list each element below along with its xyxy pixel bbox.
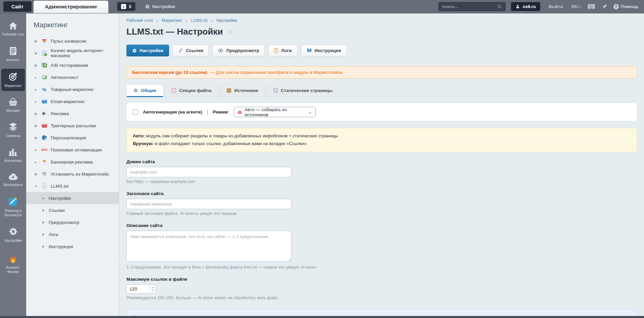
description-textarea[interactable] (126, 231, 291, 262)
sidebar-item-ab-testing[interactable]: A/B-тестирование (26, 59, 119, 71)
breadcrumb-link[interactable]: Рабочий стол (126, 18, 153, 23)
gear-icon (133, 88, 138, 93)
main-content: Рабочий стол Маркетинг LLMS.txt Настройк… (119, 13, 644, 316)
eye-icon (218, 48, 223, 53)
sidebar-item-banner-ads[interactable]: ▸ Баннерная реклама (26, 156, 119, 168)
sidebar-item-conversion-pulse[interactable]: Пульс конверсии (26, 35, 119, 47)
sidebar-divider (26, 258, 119, 258)
keyboard-icon[interactable] (588, 4, 595, 9)
info-icon (121, 4, 126, 9)
sidebar-item-email-marketing[interactable]: ▸ Email-маркетинг (26, 95, 119, 107)
max-links-label: Максимум ссылок в файле (126, 277, 637, 282)
notifications-badge[interactable]: 5 (117, 2, 135, 11)
page-icon (273, 88, 278, 93)
site-title-input[interactable] (126, 199, 291, 209)
topbar-settings-button[interactable]: Настройки (145, 4, 175, 9)
sidebar-item-business-model[interactable]: Бизнес модель интернет-магазина (26, 47, 119, 59)
bullet-icon (41, 233, 45, 235)
tab-static-pages[interactable]: Статические страницы (266, 84, 339, 97)
chevron-down-icon: ▾ (34, 184, 38, 188)
domain-input[interactable] (126, 167, 291, 177)
rail-item-services[interactable]: Сервисы (1, 120, 25, 141)
mode-help-manual: Вручную: в файл попадают только ссылки, … (133, 140, 631, 148)
search-icon[interactable] (497, 4, 502, 9)
sidebar-item-install-marketplace[interactable]: Установить из Маркетплейс (26, 168, 119, 180)
cart-icon (41, 171, 47, 177)
autocontext-icon (41, 74, 47, 80)
favorite-star-icon[interactable] (227, 28, 233, 36)
sidebar-item-trigger-mailings[interactable]: Триггерные рассылки (26, 120, 119, 132)
number-stepper[interactable] (150, 285, 156, 293)
sidebar-item-llms-manual[interactable]: Инструкция (26, 240, 119, 253)
sidebar-item-llms[interactable]: ▾ LLMS.txt (26, 180, 119, 192)
logs-button[interactable]: Логи (268, 45, 298, 56)
bullet-icon (41, 209, 45, 211)
rail-item-content[interactable]: Контент (1, 44, 25, 65)
bullet-icon (34, 112, 38, 115)
search-input[interactable] (442, 4, 497, 9)
tab-file-sections[interactable]: Секции файла (165, 84, 218, 97)
rail-item-bitrix24[interactable]: Переход в Битрикс24 (1, 194, 25, 220)
sidebar-item-personalization[interactable]: Персонализация (26, 132, 119, 144)
action-buttons: Настройки Ссылки Предпросмотр Логи Инстр… (126, 45, 637, 56)
rail-item-marketing[interactable]: Маркетинг (1, 69, 25, 91)
basket-icon (8, 98, 18, 106)
envelope-icon (41, 98, 47, 104)
flame-icon (9, 253, 17, 263)
sidebar-item-ads[interactable]: Реклама (26, 107, 119, 120)
help-button[interactable]: Помощь (613, 4, 639, 9)
sidebar-item-llms-links[interactable]: Ссылки (26, 204, 119, 216)
page-title: LLMS.txt — Настройки (126, 27, 223, 37)
manual-button[interactable]: Инструкция (301, 45, 347, 56)
topbar: Сайт Администрирование 5 Настройки ox8.r… (0, 0, 644, 13)
tab-admin[interactable]: Администрирование (34, 1, 108, 13)
breadcrumb-current[interactable]: Настройки (216, 18, 237, 23)
bullet-icon (41, 197, 45, 199)
search-box[interactable] (438, 2, 505, 11)
chevron-down-icon (579, 4, 581, 9)
sidebar-item-llms-logs[interactable]: Логи (26, 228, 119, 240)
rail-item-analytics[interactable]: Аналитика (1, 145, 25, 166)
chevron-right-icon: ▸ (34, 148, 38, 152)
breadcrumb-link[interactable]: Маркетинг (162, 18, 182, 23)
sidebar-item-llms-settings[interactable]: Настройки (26, 192, 119, 204)
rail-item-marketplace[interactable]: Marketplace (1, 170, 25, 190)
question-icon (613, 4, 619, 9)
personalization-icon (41, 135, 47, 141)
sidebar-item-seo[interactable]: ▸ Поисковая оптимизация (26, 144, 119, 156)
links-button[interactable]: Ссылки (172, 45, 209, 56)
preview-button[interactable]: Предпросмотр (212, 45, 265, 56)
rail-item-phoenix[interactable]: Концепт. Феникс (1, 250, 25, 277)
autogen-checkbox[interactable] (133, 109, 138, 115)
sidebar-item-autocontext[interactable]: ▸ Автоконтекст (26, 71, 119, 83)
bullet-icon (34, 52, 38, 54)
tab-site[interactable]: Сайт (3, 1, 32, 12)
sidebar-item-llms-preview[interactable]: Предпросмотр (26, 216, 119, 228)
language-switcher[interactable]: RU (572, 4, 581, 9)
tab-sources[interactable]: Источники (220, 84, 265, 97)
settings-tabs: Общие Секции файла Источники Статические… (126, 84, 637, 97)
user-button[interactable]: ox8.ru (511, 2, 540, 11)
rail-item-settings[interactable]: Настройки (1, 224, 25, 246)
chevron-right-icon: ▸ (34, 88, 38, 91)
gear-icon (132, 48, 137, 53)
bottom-edge (0, 316, 644, 318)
package-icon (227, 88, 231, 93)
rail-item-shop[interactable]: Магазин (1, 95, 25, 116)
sidebar-item-product-marketing[interactable]: ▸ Товарный маркетинг (26, 83, 119, 95)
tab-general[interactable]: Общие (126, 84, 163, 97)
bar-chart-icon (9, 148, 17, 156)
sidebar: Маркетинг Пульс конверсии Бизнес модель … (26, 13, 119, 316)
pin-icon[interactable] (602, 4, 607, 9)
settings-button[interactable]: Настройки (126, 45, 169, 56)
rail-item-desktop[interactable]: Рабочий стол (1, 19, 25, 40)
mode-select[interactable]: Авто — собирать из источников (234, 107, 316, 117)
max-links-hint: Рекомендуется 100–200. Больше — AI-агент… (126, 296, 637, 300)
chevron-right-icon: ▸ (34, 160, 38, 164)
logout-link[interactable]: Выйти (548, 4, 563, 9)
bullet-icon (34, 40, 38, 42)
notice-bold: Бесплатная версия (до 10 ссылок) (132, 70, 207, 75)
description-label: Описание сайта (126, 223, 637, 228)
bullet-icon (34, 137, 38, 139)
breadcrumb-link[interactable]: LLMS.txt (191, 18, 207, 23)
